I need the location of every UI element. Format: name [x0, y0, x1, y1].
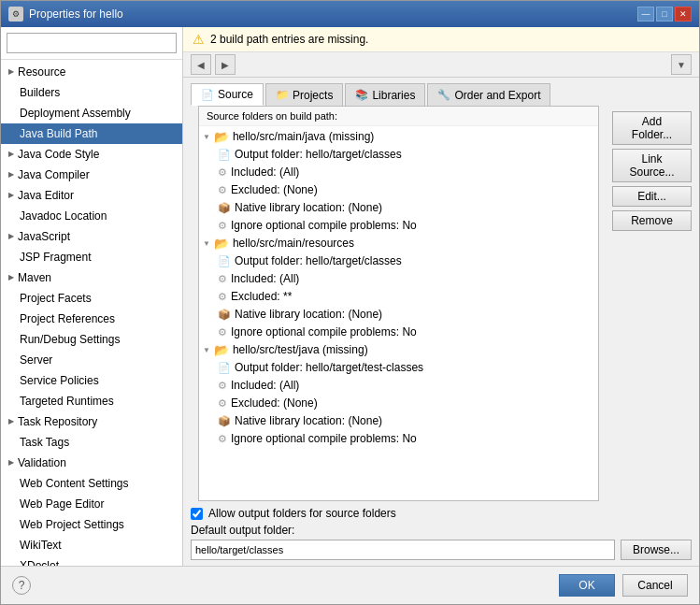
cancel-button[interactable]: Cancel — [622, 574, 688, 597]
sidebar-item-label: Builders — [20, 84, 60, 101]
list-item[interactable]: ▼ 📂 hello/src/main/java (missing) — [199, 128, 598, 146]
left-panel: ▶ Resource Builders Deployment Assembly … — [1, 27, 183, 566]
sidebar-item-run-debug-settings[interactable]: Run/Debug Settings — [1, 329, 182, 350]
sidebar-item-label: Maven — [18, 269, 51, 286]
folder-src-icon: 📂 — [214, 236, 229, 252]
default-output-input[interactable] — [191, 540, 615, 560]
sidebar-item-java-code-style[interactable]: ▶ Java Code Style — [1, 144, 182, 165]
source-tab-icon: 📄 — [201, 89, 214, 101]
output-folder-icon: 📄 — [218, 253, 231, 269]
src-excluded-label: Excluded: (None) — [231, 396, 318, 411]
list-item: ⚙ Excluded: (None) — [199, 181, 598, 199]
list-item: ⚙ Included: (All) — [199, 377, 598, 395]
tab-order-export[interactable]: 🔧 Order and Export — [427, 83, 550, 106]
titlebar-left: ⚙ Properties for hello — [8, 7, 123, 22]
sidebar-item-project-references[interactable]: Project References — [1, 309, 182, 329]
sidebar-item-label: Web Page Editor — [20, 496, 105, 512]
gear-icon: ⚙ — [218, 182, 227, 198]
allow-output-label: Allow output folders for source folders — [208, 507, 396, 520]
nav-forward-button[interactable]: ▶ — [215, 54, 236, 75]
sidebar-item-label: Java Code Style — [18, 146, 99, 163]
sidebar-item-task-repository[interactable]: ▶ Task Repository — [1, 411, 182, 432]
minimize-button[interactable]: — — [637, 7, 654, 22]
sidebar-item-xdoclet[interactable]: XDoclet — [1, 555, 182, 566]
sidebar-item-label: Targeted Runtimes — [20, 393, 114, 410]
expand-icon: ▶ — [8, 166, 14, 183]
list-item: 📦 Native library location: (None) — [199, 306, 598, 324]
nav-back-button[interactable]: ◀ — [191, 54, 211, 75]
warning-text: 2 build path entries are missing. — [210, 33, 368, 46]
close-button[interactable]: ✕ — [675, 7, 692, 22]
source-tree: ▼ 📂 hello/src/main/java (missing) 📄 Outp… — [199, 126, 598, 500]
sidebar-item-java-compiler[interactable]: ▶ Java Compiler — [1, 165, 182, 185]
browse-button[interactable]: Browse... — [621, 540, 692, 560]
tabs-row: 📄 Source 📁 Projects 📚 Libraries 🔧 Order … — [191, 83, 692, 106]
sidebar-item-javascript[interactable]: ▶ JavaScript — [1, 226, 182, 247]
sidebar-item-resource[interactable]: ▶ Resource — [1, 62, 182, 82]
sidebar-item-wikitext[interactable]: WikiText — [1, 535, 182, 555]
titlebar: ⚙ Properties for hello — □ ✕ — [1, 1, 699, 27]
sidebar-item-web-project-settings[interactable]: Web Project Settings — [1, 514, 182, 535]
edit-button[interactable]: Edit... — [612, 186, 692, 207]
gear-icon: ⚙ — [218, 165, 227, 180]
sidebar-item-label: JavaScript — [18, 228, 70, 245]
list-item[interactable]: ▼ 📂 hello/src/main/resources — [199, 235, 598, 252]
sidebar-item-java-build-path[interactable]: Java Build Path — [1, 123, 182, 144]
sidebar-item-label: Run/Debug Settings — [20, 331, 120, 348]
expand-icon: ▼ — [203, 129, 210, 145]
dialog-title: Properties for hello — [29, 7, 123, 21]
sidebar-item-javadoc-location[interactable]: Javadoc Location — [1, 206, 182, 226]
gear-icon: ⚙ — [218, 396, 227, 411]
sidebar-item-service-policies[interactable]: Service Policies — [1, 370, 182, 391]
sidebar-item-web-content-settings[interactable]: Web Content Settings — [1, 473, 182, 494]
search-input[interactable] — [7, 33, 177, 53]
tab-projects[interactable]: 📁 Projects — [265, 83, 343, 106]
list-item: ⚙ Excluded: ** — [199, 288, 598, 306]
sidebar-item-label: Server — [20, 352, 52, 368]
sidebar-item-server[interactable]: Server — [1, 350, 182, 370]
expand-icon: ▶ — [8, 187, 14, 204]
titlebar-buttons: — □ ✕ — [637, 7, 692, 22]
bottom-bar: ? OK Cancel — [1, 566, 699, 604]
sidebar-item-label: Deployment Assembly — [20, 105, 131, 122]
sidebar-item-validation[interactable]: ▶ Validation — [1, 453, 182, 473]
sidebar-item-task-tags[interactable]: Task Tags — [1, 432, 182, 453]
sidebar-item-targeted-runtimes[interactable]: Targeted Runtimes — [1, 391, 182, 411]
sidebar-item-maven[interactable]: ▶ Maven — [1, 267, 182, 288]
tab-libraries[interactable]: 📚 Libraries — [345, 83, 425, 106]
sidebar-item-jsp-fragment[interactable]: JSP Fragment — [1, 247, 182, 267]
tab-source[interactable]: 📄 Source — [191, 83, 264, 106]
sidebar-item-deployment-assembly[interactable]: Deployment Assembly — [1, 103, 182, 123]
list-item[interactable]: ▼ 📂 hello/src/test/java (missing) — [199, 341, 598, 359]
sidebar-item-project-facets[interactable]: Project Facets — [1, 288, 182, 309]
sidebar-item-label: Resource — [18, 64, 65, 80]
sidebar-item-java-editor[interactable]: ▶ Java Editor — [1, 185, 182, 206]
sidebar-item-label: Java Compiler — [18, 166, 90, 183]
src-included-label: Included: (All) — [231, 378, 299, 394]
default-output-label: Default output folder: — [191, 524, 692, 537]
maximize-button[interactable]: □ — [656, 7, 673, 22]
list-item: 📄 Output folder: hello/target/classes — [199, 252, 598, 270]
tab-order-export-label: Order and Export — [454, 89, 540, 102]
add-folder-button[interactable]: Add Folder... — [612, 111, 692, 145]
source-panel: Source folders on build path: ▼ 📂 hello/… — [198, 106, 599, 501]
sidebar-item-builders[interactable]: Builders — [1, 82, 182, 103]
sidebar-item-label: WikiText — [20, 537, 62, 554]
action-buttons: Add Folder... Link Source... Edit... Rem… — [612, 106, 692, 501]
gear-icon: ⚙ — [218, 289, 227, 305]
help-button[interactable]: ? — [12, 576, 31, 595]
expand-icon: ▼ — [203, 236, 210, 252]
src-excluded-label: Excluded: (None) — [231, 182, 318, 198]
nav-dropdown-button[interactable]: ▼ — [671, 54, 692, 75]
sidebar-item-label: Web Content Settings — [20, 475, 129, 492]
remove-button[interactable]: Remove — [612, 210, 692, 231]
src-path-label: hello/src/test/java (missing) — [233, 342, 368, 358]
expand-icon: ▶ — [8, 269, 14, 286]
list-item: ⚙ Ignore optional compile problems: No — [199, 217, 598, 235]
sidebar-item-web-page-editor[interactable]: Web Page Editor — [1, 494, 182, 514]
allow-output-checkbox[interactable] — [191, 508, 203, 520]
gear-icon: ⚙ — [218, 271, 227, 287]
link-source-button[interactable]: Link Source... — [612, 149, 692, 182]
ok-button[interactable]: OK — [559, 574, 615, 597]
gear-icon: ⚙ — [218, 431, 227, 447]
